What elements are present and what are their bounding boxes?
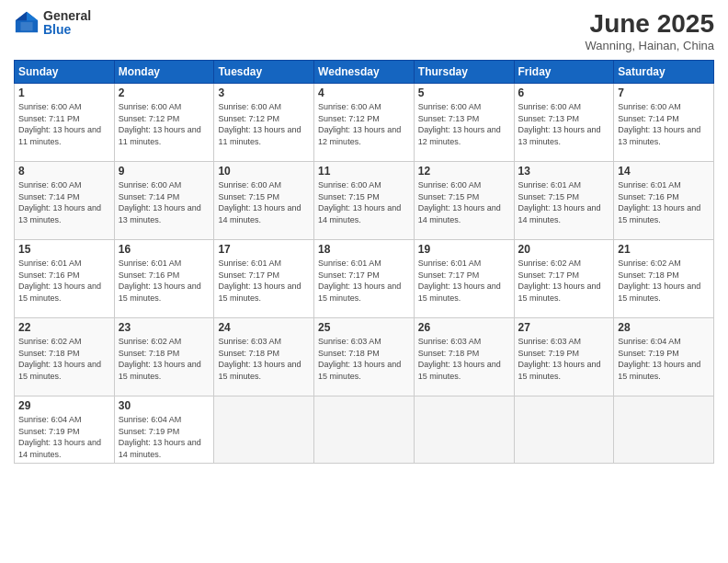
day-number: 25 — [318, 321, 410, 334]
day-info: Sunrise: 6:00 AMSunset: 7:15 PMDaylight:… — [218, 180, 301, 224]
day-number: 19 — [418, 243, 510, 256]
svg-marker-1 — [27, 12, 38, 20]
day-number: 7 — [618, 86, 710, 99]
col-friday: Friday — [514, 61, 614, 84]
table-row: 4 Sunrise: 6:00 AMSunset: 7:12 PMDayligh… — [314, 84, 415, 162]
logo-general-label: General — [43, 9, 91, 23]
col-wednesday: Wednesday — [314, 61, 415, 84]
table-row: 8 Sunrise: 6:00 AMSunset: 7:14 PMDayligh… — [15, 162, 115, 240]
calendar-week-row: 29 Sunrise: 6:04 AMSunset: 7:19 PMDaylig… — [15, 396, 714, 464]
table-row — [514, 396, 614, 464]
day-info: Sunrise: 6:00 AMSunset: 7:13 PMDaylight:… — [418, 102, 501, 146]
header-row: Sunday Monday Tuesday Wednesday Thursday… — [15, 61, 714, 84]
table-row: 21 Sunrise: 6:02 AMSunset: 7:18 PMDaylig… — [614, 240, 714, 318]
day-number: 26 — [418, 321, 510, 334]
logo-blue-label: Blue — [43, 23, 91, 37]
day-info: Sunrise: 6:01 AMSunset: 7:17 PMDaylight:… — [318, 259, 401, 303]
calendar-title: June 2025 — [586, 9, 714, 39]
day-number: 22 — [18, 321, 110, 334]
calendar-week-row: 8 Sunrise: 6:00 AMSunset: 7:14 PMDayligh… — [15, 162, 714, 240]
table-row — [314, 396, 415, 464]
day-info: Sunrise: 6:00 AMSunset: 7:12 PMDaylight:… — [318, 102, 401, 146]
table-row: 28 Sunrise: 6:04 AMSunset: 7:19 PMDaylig… — [614, 318, 714, 396]
logo: General Blue — [14, 9, 91, 38]
day-info: Sunrise: 6:02 AMSunset: 7:18 PMDaylight:… — [618, 259, 700, 303]
table-row: 14 Sunrise: 6:01 AMSunset: 7:16 PMDaylig… — [614, 162, 714, 240]
day-number: 27 — [518, 321, 610, 334]
day-info: Sunrise: 6:03 AMSunset: 7:18 PMDaylight:… — [318, 337, 401, 381]
day-info: Sunrise: 6:04 AMSunset: 7:19 PMDaylight:… — [18, 415, 101, 459]
day-info: Sunrise: 6:03 AMSunset: 7:19 PMDaylight:… — [518, 337, 601, 381]
table-row: 18 Sunrise: 6:01 AMSunset: 7:17 PMDaylig… — [314, 240, 415, 318]
table-row: 26 Sunrise: 6:03 AMSunset: 7:18 PMDaylig… — [414, 318, 514, 396]
day-number: 5 — [418, 86, 510, 99]
day-number: 2 — [119, 86, 210, 99]
table-row: 2 Sunrise: 6:00 AMSunset: 7:12 PMDayligh… — [114, 84, 214, 162]
col-saturday: Saturday — [614, 61, 714, 84]
day-number: 16 — [119, 243, 210, 256]
table-row: 10 Sunrise: 6:00 AMSunset: 7:15 PMDaylig… — [214, 162, 314, 240]
day-number: 9 — [119, 165, 210, 178]
col-thursday: Thursday — [414, 61, 514, 84]
day-number: 10 — [218, 165, 310, 178]
table-row — [414, 396, 514, 464]
day-number: 12 — [418, 165, 510, 178]
table-row: 17 Sunrise: 6:01 AMSunset: 7:17 PMDaylig… — [214, 240, 314, 318]
day-info: Sunrise: 6:03 AMSunset: 7:18 PMDaylight:… — [418, 337, 501, 381]
day-number: 14 — [618, 165, 710, 178]
svg-rect-3 — [20, 22, 32, 30]
day-info: Sunrise: 6:00 AMSunset: 7:14 PMDaylight:… — [119, 180, 201, 224]
day-info: Sunrise: 6:00 AMSunset: 7:14 PMDaylight:… — [18, 180, 101, 224]
table-row: 15 Sunrise: 6:01 AMSunset: 7:16 PMDaylig… — [15, 240, 115, 318]
day-number: 20 — [518, 243, 610, 256]
table-row: 6 Sunrise: 6:00 AMSunset: 7:13 PMDayligh… — [514, 84, 614, 162]
day-info: Sunrise: 6:00 AMSunset: 7:15 PMDaylight:… — [418, 180, 501, 224]
logo-text: General Blue — [43, 9, 91, 38]
table-row: 7 Sunrise: 6:00 AMSunset: 7:14 PMDayligh… — [614, 84, 714, 162]
table-row: 24 Sunrise: 6:03 AMSunset: 7:18 PMDaylig… — [214, 318, 314, 396]
day-info: Sunrise: 6:00 AMSunset: 7:12 PMDaylight:… — [218, 102, 301, 146]
calendar-week-row: 1 Sunrise: 6:00 AMSunset: 7:11 PMDayligh… — [15, 84, 714, 162]
day-number: 3 — [218, 86, 310, 99]
table-row: 3 Sunrise: 6:00 AMSunset: 7:12 PMDayligh… — [214, 84, 314, 162]
day-number: 30 — [119, 399, 210, 412]
calendar-table: Sunday Monday Tuesday Wednesday Thursday… — [14, 60, 714, 464]
day-info: Sunrise: 6:01 AMSunset: 7:15 PMDaylight:… — [518, 180, 601, 224]
table-row: 30 Sunrise: 6:04 AMSunset: 7:19 PMDaylig… — [114, 396, 214, 464]
day-number: 11 — [318, 165, 410, 178]
page: General Blue June 2025 Wanning, Hainan, … — [0, 0, 728, 563]
day-number: 18 — [318, 243, 410, 256]
day-info: Sunrise: 6:00 AMSunset: 7:12 PMDaylight:… — [119, 102, 201, 146]
day-info: Sunrise: 6:01 AMSunset: 7:16 PMDaylight:… — [618, 180, 700, 224]
table-row: 16 Sunrise: 6:01 AMSunset: 7:16 PMDaylig… — [114, 240, 214, 318]
day-info: Sunrise: 6:01 AMSunset: 7:17 PMDaylight:… — [218, 259, 301, 303]
day-info: Sunrise: 6:01 AMSunset: 7:16 PMDaylight:… — [18, 259, 101, 303]
calendar-subtitle: Wanning, Hainan, China — [586, 39, 714, 52]
day-number: 6 — [518, 86, 610, 99]
day-info: Sunrise: 6:01 AMSunset: 7:17 PMDaylight:… — [418, 259, 501, 303]
col-sunday: Sunday — [15, 61, 115, 84]
table-row: 27 Sunrise: 6:03 AMSunset: 7:19 PMDaylig… — [514, 318, 614, 396]
col-tuesday: Tuesday — [214, 61, 314, 84]
table-row: 23 Sunrise: 6:02 AMSunset: 7:18 PMDaylig… — [114, 318, 214, 396]
table-row — [214, 396, 314, 464]
day-info: Sunrise: 6:00 AMSunset: 7:13 PMDaylight:… — [518, 102, 601, 146]
table-row: 5 Sunrise: 6:00 AMSunset: 7:13 PMDayligh… — [414, 84, 514, 162]
day-info: Sunrise: 6:02 AMSunset: 7:18 PMDaylight:… — [119, 337, 201, 381]
col-monday: Monday — [114, 61, 214, 84]
day-number: 28 — [618, 321, 710, 334]
day-number: 4 — [318, 86, 410, 99]
day-info: Sunrise: 6:04 AMSunset: 7:19 PMDaylight:… — [618, 337, 700, 381]
day-info: Sunrise: 6:03 AMSunset: 7:18 PMDaylight:… — [218, 337, 301, 381]
table-row: 1 Sunrise: 6:00 AMSunset: 7:11 PMDayligh… — [15, 84, 115, 162]
day-info: Sunrise: 6:02 AMSunset: 7:17 PMDaylight:… — [518, 259, 601, 303]
title-block: June 2025 Wanning, Hainan, China — [586, 9, 714, 52]
day-number: 17 — [218, 243, 310, 256]
table-row: 19 Sunrise: 6:01 AMSunset: 7:17 PMDaylig… — [414, 240, 514, 318]
table-row: 9 Sunrise: 6:00 AMSunset: 7:14 PMDayligh… — [114, 162, 214, 240]
table-row: 20 Sunrise: 6:02 AMSunset: 7:17 PMDaylig… — [514, 240, 614, 318]
day-info: Sunrise: 6:04 AMSunset: 7:19 PMDaylight:… — [119, 415, 201, 459]
header: General Blue June 2025 Wanning, Hainan, … — [14, 9, 714, 52]
calendar-week-row: 22 Sunrise: 6:02 AMSunset: 7:18 PMDaylig… — [15, 318, 714, 396]
calendar-week-row: 15 Sunrise: 6:01 AMSunset: 7:16 PMDaylig… — [15, 240, 714, 318]
